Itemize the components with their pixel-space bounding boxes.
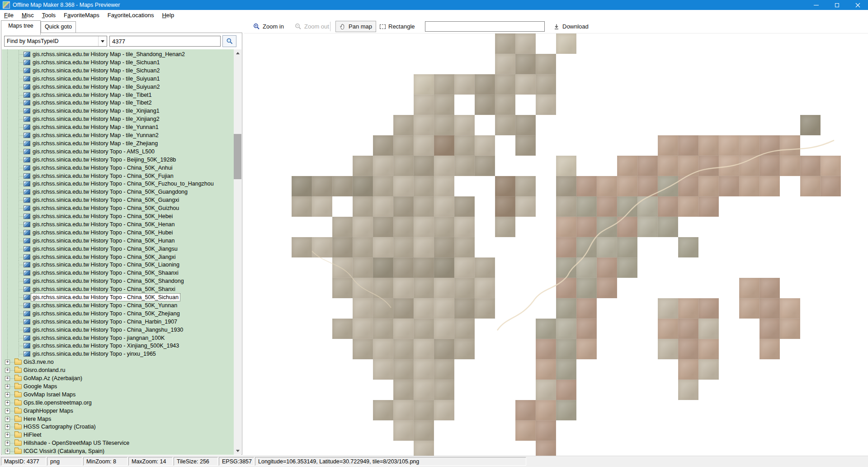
tree-item[interactable]: gis.rchss.sinica.edu.tw History Topo - C… <box>2 245 235 253</box>
menu-favoritelocations[interactable]: FavoriteLocations <box>104 11 158 19</box>
tree-item[interactable]: gis.rchss.sinica.edu.tw History Topo - C… <box>2 318 235 326</box>
scroll-down-button[interactable] <box>234 447 241 455</box>
restore-button[interactable] <box>826 0 847 10</box>
tree-item-label: Gps.tile.openstreetmap.org <box>22 399 93 406</box>
tree-item[interactable]: gis.rchss.sinica.edu.tw History Topo - C… <box>2 261 235 269</box>
tree-item[interactable]: gis.rchss.sinica.edu.tw History Topo - y… <box>2 350 235 358</box>
tree-item[interactable]: gis.rchss.sinica.edu.tw History Map - ti… <box>2 139 235 148</box>
combo-dropdown-button[interactable] <box>98 36 107 46</box>
tree-item[interactable]: gis.rchss.sinica.edu.tw History Map - ti… <box>2 91 235 99</box>
tree-item[interactable]: gis.rchss.sinica.edu.tw History Topo - C… <box>2 172 235 180</box>
close-button[interactable] <box>847 0 868 10</box>
tree-item[interactable]: gis.rchss.sinica.edu.tw History Topo - C… <box>2 293 235 301</box>
expander-icon[interactable]: + <box>5 409 10 414</box>
tree-item-label: gis.rchss.sinica.edu.tw History Map - ti… <box>31 99 153 106</box>
expander-icon[interactable]: + <box>5 433 10 438</box>
minimize-button[interactable] <box>806 0 826 10</box>
tree-item[interactable]: gis.rchss.sinica.edu.tw History Map - ti… <box>2 107 235 115</box>
menu-file[interactable]: File <box>0 11 18 19</box>
tree-folder[interactable]: +Hillshade - OpenStreetMap US Tileservic… <box>2 439 235 447</box>
tree-folder[interactable]: +Google Maps <box>2 382 235 391</box>
menu-help[interactable]: Help <box>158 11 178 19</box>
tree-folder[interactable]: +HGSS Cartography (Croatia) <box>2 423 235 431</box>
tree-item[interactable]: gis.rchss.sinica.edu.tw History Topo - C… <box>2 277 235 285</box>
tree-item[interactable]: gis.rchss.sinica.edu.tw History Topo - X… <box>2 342 235 350</box>
find-by-dropdown[interactable]: Find by MapsTypeID <box>4 36 107 47</box>
tree-item[interactable]: gis.rchss.sinica.edu.tw History Topo - C… <box>2 164 235 172</box>
tree-item[interactable]: gis.rchss.sinica.edu.tw History Topo - C… <box>2 326 235 334</box>
tree-item-label: gis.rchss.sinica.edu.tw History Topo - C… <box>31 180 215 187</box>
tree-folder[interactable]: +HiFleet <box>2 431 235 439</box>
tree-item[interactable]: gis.rchss.sinica.edu.tw History Topo - C… <box>2 285 235 293</box>
tree-item[interactable]: gis.rchss.sinica.edu.tw History Topo - C… <box>2 204 235 212</box>
tree-item-label: gis.rchss.sinica.edu.tw History Map - ti… <box>31 83 161 91</box>
tree-folder[interactable]: +GovMap Israel Maps <box>2 391 235 399</box>
expander-icon[interactable]: + <box>5 424 10 429</box>
tree-item[interactable]: gis.rchss.sinica.edu.tw History Map - ti… <box>2 99 235 107</box>
rectangle-button[interactable]: Rectangle <box>376 21 419 32</box>
map-layer-icon <box>24 351 30 357</box>
expander-icon[interactable]: + <box>5 376 10 381</box>
tree-item-label: gis.rchss.sinica.edu.tw History Map - ti… <box>31 124 160 131</box>
scroll-up-icon <box>236 52 240 54</box>
tree-item[interactable]: gis.rchss.sinica.edu.tw History Map - ti… <box>2 75 235 83</box>
tree-item[interactable]: gis.rchss.sinica.edu.tw History Map - ti… <box>2 115 235 123</box>
tree-item[interactable]: gis.rchss.sinica.edu.tw History Topo - j… <box>2 334 235 342</box>
tree-item[interactable]: gis.rchss.sinica.edu.tw History Map - ti… <box>2 67 235 75</box>
maps-type-id-input[interactable] <box>109 36 221 47</box>
map-layer-icon <box>24 84 30 90</box>
tree-item-label: Google Maps <box>22 383 58 390</box>
tree-item[interactable]: gis.rchss.sinica.edu.tw History Map - ti… <box>2 131 235 139</box>
tree-item[interactable]: gis.rchss.sinica.edu.tw History Topo - C… <box>2 212 235 220</box>
tree-item[interactable]: gis.rchss.sinica.edu.tw History Topo - C… <box>2 220 235 229</box>
tree-item[interactable]: gis.rchss.sinica.edu.tw History Map - ti… <box>2 123 235 131</box>
rectangle-label: Rectangle <box>388 23 415 30</box>
menu-tools[interactable]: Tools <box>38 11 60 19</box>
tree-folder[interactable]: +GoMap.Az (Azerbaijan) <box>2 374 235 382</box>
expander-icon[interactable]: + <box>5 441 10 446</box>
expander-icon[interactable]: + <box>5 368 10 373</box>
tab-maps-tree[interactable]: Maps tree <box>1 20 41 35</box>
pan-map-button[interactable]: Pan map <box>335 21 376 32</box>
tree-item[interactable]: gis.rchss.sinica.edu.tw History Topo - C… <box>2 269 235 277</box>
download-button[interactable]: Download <box>550 21 592 32</box>
search-button[interactable] <box>222 35 236 47</box>
tree-item[interactable]: gis.rchss.sinica.edu.tw History Topo - C… <box>2 310 235 318</box>
scroll-up-button[interactable] <box>234 49 241 57</box>
map-layer-icon <box>24 149 30 154</box>
expander-icon[interactable]: + <box>5 384 10 389</box>
expander-icon[interactable]: + <box>5 449 10 454</box>
map-layer-icon <box>24 157 30 162</box>
scrollbar-thumb[interactable] <box>234 134 241 179</box>
tree-item[interactable]: gis.rchss.sinica.edu.tw History Map - ti… <box>2 83 235 91</box>
menu-favoritemaps[interactable]: FavoriteMaps <box>60 11 104 19</box>
expander-icon[interactable]: + <box>5 360 10 365</box>
expander-icon[interactable]: + <box>5 417 10 422</box>
expander-icon[interactable]: + <box>5 400 10 405</box>
menu-misc[interactable]: Misc <box>18 11 38 19</box>
tree-folder[interactable]: +Gps.tile.openstreetmap.org <box>2 399 235 407</box>
expander-icon[interactable]: + <box>5 392 10 397</box>
tree-folder[interactable]: +Gisro.donland.ru <box>2 366 235 374</box>
tree-item[interactable]: gis.rchss.sinica.edu.tw History Topo - C… <box>2 301 235 310</box>
zoom-in-button[interactable]: Zoom in <box>250 21 288 32</box>
toolbar-input[interactable] <box>425 21 545 32</box>
tree-item[interactable]: gis.rchss.sinica.edu.tw History Topo - C… <box>2 237 235 245</box>
tree-folder[interactable]: +GraphHopper Maps <box>2 407 235 415</box>
tree-item[interactable]: gis.rchss.sinica.edu.tw History Topo - C… <box>2 229 235 237</box>
tree-item[interactable]: gis.rchss.sinica.edu.tw History Topo - C… <box>2 180 235 188</box>
tree-item[interactable]: gis.rchss.sinica.edu.tw History Topo - C… <box>2 196 235 204</box>
tree-item[interactable]: gis.rchss.sinica.edu.tw History Map - ti… <box>2 58 235 67</box>
tree-folder[interactable]: +Here Maps <box>2 415 235 423</box>
zoom-out-button[interactable]: Zoom out <box>291 21 333 32</box>
tree-folder[interactable]: +ICGC Vissir3 (Catalunya, Spain) <box>2 447 235 455</box>
map-preview[interactable] <box>244 33 868 456</box>
tree-item[interactable]: gis.rchss.sinica.edu.tw History Topo - C… <box>2 188 235 196</box>
tree-item[interactable]: gis.rchss.sinica.edu.tw History Topo - C… <box>2 253 235 261</box>
tree-scrollbar[interactable] <box>234 49 241 455</box>
tree-item[interactable]: gis.rchss.sinica.edu.tw History Topo - B… <box>2 156 235 164</box>
tree-item[interactable]: gis.rchss.sinica.edu.tw History Topo - A… <box>2 148 235 156</box>
tree-folder[interactable]: +Gis3.nve.no <box>2 358 235 366</box>
tree-item[interactable]: gis.rchss.sinica.edu.tw History Map - ti… <box>2 50 235 58</box>
hand-icon <box>340 24 346 30</box>
